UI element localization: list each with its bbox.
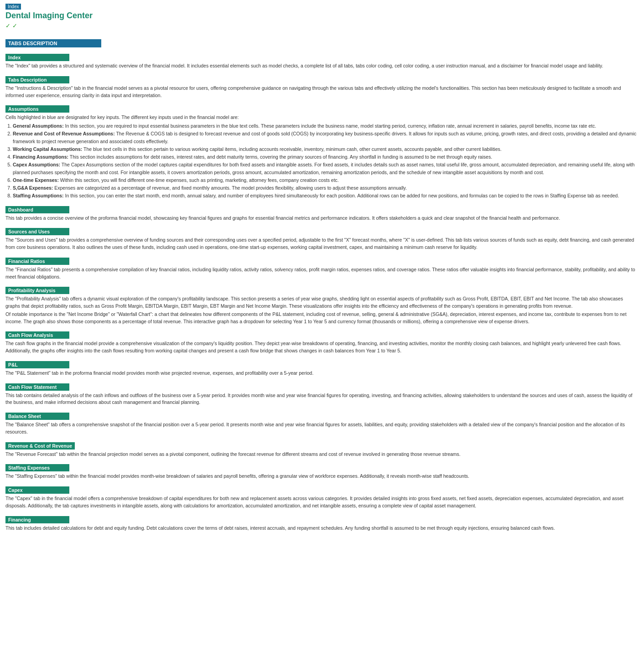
tab-description: The cash flow graphs in the financial mo… — [5, 340, 639, 355]
tab-description: The "Staffing Expenses" tab within the f… — [5, 473, 639, 480]
tab-label: Revenue & Cost of Revenue — [5, 442, 75, 450]
assumption-item: One-time Expenses: Within this section, … — [13, 176, 639, 184]
tab-label: Balance Sheet — [5, 413, 69, 420]
assumption-item: Financing Assumptions: This section incl… — [13, 153, 639, 160]
tabs-description-header: TABS DESCRIPTION — [5, 39, 101, 47]
assumption-item: General Assumptions: In this section, yo… — [13, 122, 639, 129]
tab-label: Profitability Analysis — [5, 287, 69, 294]
assumption-item: Staffing Assumptions: In this section, y… — [13, 192, 639, 199]
tab-block: CapexThe "Capex" tab in the financial mo… — [5, 482, 639, 510]
tab-block: P&LThe "P&L Statement" tab in the profor… — [5, 357, 639, 377]
tab-block: AssumptionsCells highlighted in blue are… — [5, 101, 639, 199]
tab-block: Cash Flow AnalysisThe cash flow graphs i… — [5, 327, 639, 355]
assumption-item: Capex Assumptions: The Capex Assumptions… — [13, 161, 639, 176]
tab-description: The "Instructions & Description" tab in … — [5, 85, 639, 99]
page-title: Dental Imaging Center — [5, 11, 639, 21]
tab-block: Cash Flow StatementThis tab contains det… — [5, 379, 639, 407]
tab-intro: Cells highlighted in blue are designated… — [5, 114, 639, 121]
tab-extra: Of notable importance is the "Net Income… — [5, 311, 639, 326]
tab-block: Revenue & Cost of RevenueThe "Revenue Fo… — [5, 438, 639, 458]
assumption-item: Working Capital Assumptions: The blue te… — [13, 145, 639, 153]
tab-block: Financial RatiosThe "Financial Ratios" t… — [5, 253, 639, 281]
assumption-item: S,G&A Expenses: Expenses are categorized… — [13, 184, 639, 191]
tab-description: The "Revenue Forecast" tab within the fi… — [5, 451, 639, 458]
assumptions-list: General Assumptions: In this section, yo… — [13, 122, 639, 200]
tab-description: The "Index" tab provides a structured an… — [5, 62, 639, 70]
tab-description: This tab contains detailed analysis of t… — [5, 392, 639, 407]
tab-label: Cash Flow Analysis — [5, 331, 69, 339]
tab-description: The "Balance Sheet" tab offers a compreh… — [5, 421, 639, 436]
tab-block: DashboardThis tab provides a concise ove… — [5, 202, 639, 222]
tab-label: Sources and Uses — [5, 228, 69, 235]
tabs-container: IndexThe "Index" tab provides a structur… — [5, 49, 639, 532]
tab-label: P&L — [5, 361, 69, 368]
tab-description: The "P&L Statement" tab in the proforma … — [5, 370, 639, 377]
tab-block: Profitability AnalysisThe "Profitability… — [5, 282, 639, 325]
tab-label: Index — [5, 54, 69, 61]
tab-block: FinancingThis tab includes detailed calc… — [5, 512, 639, 532]
tab-label: Financial Ratios — [5, 258, 69, 265]
tab-description: The "Capex" tab in the financial model o… — [5, 495, 639, 510]
tab-description: The "Sources and Uses" tab provides a co… — [5, 237, 639, 251]
tab-label: Staffing Expenses — [5, 464, 69, 471]
tab-block: IndexThe "Index" tab provides a structur… — [5, 49, 639, 70]
tab-block: Staffing ExpensesThe "Staffing Expenses"… — [5, 460, 639, 480]
tab-description: The "Profitability Analysis" tab offers … — [5, 295, 639, 310]
checkmarks: ✓ ✓ — [5, 22, 639, 29]
tab-label: Cash Flow Statement — [5, 383, 69, 391]
tab-block: Sources and UsesThe "Sources and Uses" t… — [5, 223, 639, 251]
tab-label: Dashboard — [5, 206, 69, 213]
tab-label: Capex — [5, 486, 69, 494]
index-badge: Index — [5, 4, 21, 10]
tab-label: Financing — [5, 516, 69, 523]
tab-block: Balance SheetThe "Balance Sheet" tab off… — [5, 408, 639, 436]
tab-label: Assumptions — [5, 105, 69, 113]
tab-description: The "Financial Ratios" tab presents a co… — [5, 266, 639, 281]
tab-label: Tabs Description — [5, 76, 69, 83]
tab-block: Tabs DescriptionThe "Instructions & Desc… — [5, 72, 639, 99]
assumption-item: Revenue and Cost of Revenue Assumptions:… — [13, 130, 639, 145]
tab-description: This tab provides a concise overview of … — [5, 215, 639, 222]
tab-description: This tab includes detailed calculations … — [5, 525, 639, 532]
